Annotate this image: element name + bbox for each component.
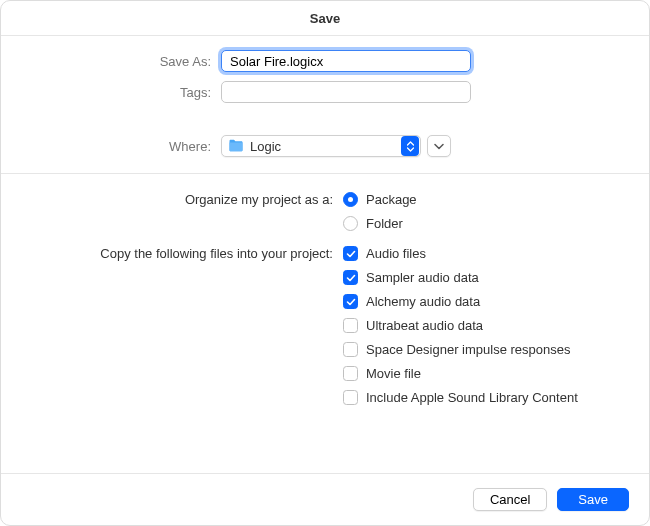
where-value: Logic <box>250 139 400 154</box>
chevron-down-icon <box>434 143 444 150</box>
save-as-input[interactable] <box>221 50 471 72</box>
checkbox-ultrabeat-audio[interactable] <box>343 318 358 333</box>
checkbox-space-designer-label: Space Designer impulse responses <box>366 342 571 357</box>
where-label: Where: <box>21 139 221 154</box>
checkbox-apple-sound-library-label: Include Apple Sound Library Content <box>366 390 578 405</box>
checkbox-sampler-audio-label: Sampler audio data <box>366 270 479 285</box>
updown-icon <box>401 136 419 156</box>
checkbox-ultrabeat-audio-label: Ultrabeat audio data <box>366 318 483 333</box>
copy-label: Copy the following files into your proje… <box>21 246 343 261</box>
radio-package-label: Package <box>366 192 417 207</box>
checkbox-audio-files-label: Audio files <box>366 246 426 261</box>
checkbox-alchemy-audio-label: Alchemy audio data <box>366 294 480 309</box>
where-select[interactable]: Logic <box>221 135 421 157</box>
checkbox-audio-files[interactable] <box>343 246 358 261</box>
checkbox-movie-file-label: Movie file <box>366 366 421 381</box>
radio-folder-label: Folder <box>366 216 403 231</box>
radio-package[interactable] <box>343 192 358 207</box>
checkbox-sampler-audio[interactable] <box>343 270 358 285</box>
save-button[interactable]: Save <box>557 488 629 511</box>
checkbox-alchemy-audio[interactable] <box>343 294 358 309</box>
checkbox-movie-file[interactable] <box>343 366 358 381</box>
expand-button[interactable] <box>427 135 451 157</box>
organize-label: Organize my project as a: <box>21 192 343 207</box>
save-as-label: Save As: <box>21 54 221 69</box>
tags-input[interactable] <box>221 81 471 103</box>
checkbox-space-designer[interactable] <box>343 342 358 357</box>
cancel-button[interactable]: Cancel <box>473 488 547 511</box>
dialog-title: Save <box>1 1 649 36</box>
radio-folder[interactable] <box>343 216 358 231</box>
tags-label: Tags: <box>21 85 221 100</box>
checkbox-apple-sound-library[interactable] <box>343 390 358 405</box>
folder-icon <box>228 139 244 153</box>
